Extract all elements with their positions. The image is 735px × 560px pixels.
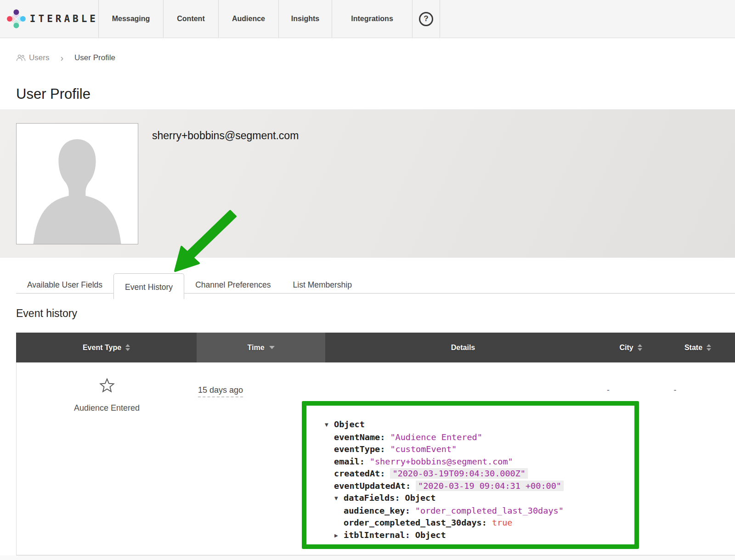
nav-item-audience[interactable]: Audience (218, 0, 278, 38)
column-label: Details (451, 344, 475, 352)
page-title: User Profile (16, 86, 735, 102)
help-icon: ? (419, 12, 433, 26)
breadcrumb-root-label: Users (29, 53, 49, 62)
chevron-right-icon: › (60, 54, 63, 62)
json-field-email: email:"sherry+bobbins@segment.com" (325, 456, 625, 468)
star-icon[interactable] (99, 377, 115, 394)
json-object-label: Object (334, 419, 365, 429)
iterable-logo[interactable]: ITERABLE (0, 0, 98, 38)
sort-icon (638, 344, 642, 351)
nav-label: Audience (232, 15, 265, 23)
user-profile-page: ITERABLE Messaging Content Audience Insi… (0, 0, 735, 560)
json-field-audience-key: audience_key:"order_completed_last_30day… (325, 505, 625, 517)
event-history-table: Event Type Time Details City State (16, 333, 735, 555)
column-label: Time (247, 344, 264, 352)
tab-available-user-fields[interactable]: Available User Fields (16, 280, 113, 293)
json-field-eventUpdatedAt: eventUpdatedAt:"2020-03-19 09:04:31 +00:… (325, 480, 625, 492)
column-label: State (684, 344, 702, 352)
help-button[interactable]: ? (412, 0, 440, 38)
tab-event-history[interactable]: Event History (113, 273, 184, 299)
sort-icon (125, 344, 130, 351)
json-node-itblInternal: ▶itblInternal:Object (325, 529, 625, 542)
nav-item-integrations[interactable]: Integrations (332, 0, 412, 38)
nav-item-insights[interactable]: Insights (278, 0, 332, 38)
sort-desc-icon (269, 346, 275, 349)
nav-label: Content (177, 15, 204, 23)
tab-list-membership[interactable]: List Membership (282, 280, 363, 293)
breadcrumb: Users › User Profile (16, 53, 735, 62)
collapse-expanded-icon[interactable]: ▼ (325, 419, 334, 431)
table-header: Event Type Time Details City State (16, 333, 735, 362)
avatar (16, 123, 138, 244)
collapse-expanded-icon[interactable]: ▼ (334, 492, 344, 505)
event-type-cell: Audience Entered (17, 362, 197, 555)
event-details-json-annotated: ▼Object eventName:"Audience Entered" eve… (302, 401, 639, 549)
avatar-placeholder-icon (17, 124, 138, 244)
profile-content: Available User Fields Event History Chan… (0, 273, 735, 555)
tab-label: Channel Preferences (195, 280, 271, 289)
nav-label: Insights (291, 15, 319, 23)
users-icon (16, 54, 26, 62)
top-nav: ITERABLE Messaging Content Audience Insi… (0, 0, 735, 38)
breadcrumb-current: User Profile (74, 53, 115, 62)
json-field-eventType: eventType:"customEvent" (325, 443, 625, 456)
column-label: Event Type (83, 344, 121, 352)
column-header-details: Details (325, 333, 601, 362)
page-bottom-strip (0, 555, 735, 560)
nav-label: Integrations (351, 15, 393, 23)
relative-time[interactable]: 15 days ago (198, 385, 243, 397)
column-header-event-type[interactable]: Event Type (16, 333, 197, 362)
section-title: Event history (16, 307, 735, 320)
column-header-state[interactable]: State (661, 333, 735, 362)
tab-label: Event History (125, 283, 173, 292)
table-row: Audience Entered 15 days ago - - ▼Object… (16, 362, 735, 555)
nav-item-messaging[interactable]: Messaging (98, 0, 163, 38)
state-cell: - (661, 362, 735, 555)
breadcrumb-users-link[interactable]: Users (16, 53, 49, 62)
nav-label: Messaging (112, 15, 150, 23)
json-field-createdAt: createdAt:"2020-03-19T09:04:30.000Z" (325, 468, 625, 480)
json-node-root: ▼Object (325, 419, 625, 431)
event-type-label: Audience Entered (17, 403, 197, 413)
column-header-time[interactable]: Time (197, 333, 325, 362)
nav-item-content[interactable]: Content (163, 0, 218, 38)
tab-label: List Membership (293, 280, 352, 289)
tab-channel-preferences[interactable]: Channel Preferences (184, 280, 282, 293)
column-label: City (619, 344, 633, 352)
user-email: sherry+bobbins@segment.com (152, 130, 299, 142)
json-field-order-completed: order_completed_last_30days:true (325, 517, 625, 529)
brand-wordmark: ITERABLE (30, 13, 98, 24)
tab-label: Available User Fields (27, 280, 102, 289)
sort-icon (707, 344, 711, 351)
json-node-dataFields: ▼dataFields:Object (325, 492, 625, 505)
json-field-eventName: eventName:"Audience Entered" (325, 431, 625, 444)
iterable-diamond-icon (7, 6, 26, 32)
profile-header: sherry+bobbins@segment.com (0, 109, 735, 258)
collapse-collapsed-icon[interactable]: ▶ (334, 530, 344, 542)
profile-tabs: Available User Fields Event History Chan… (16, 273, 735, 294)
column-header-city[interactable]: City (601, 333, 661, 362)
